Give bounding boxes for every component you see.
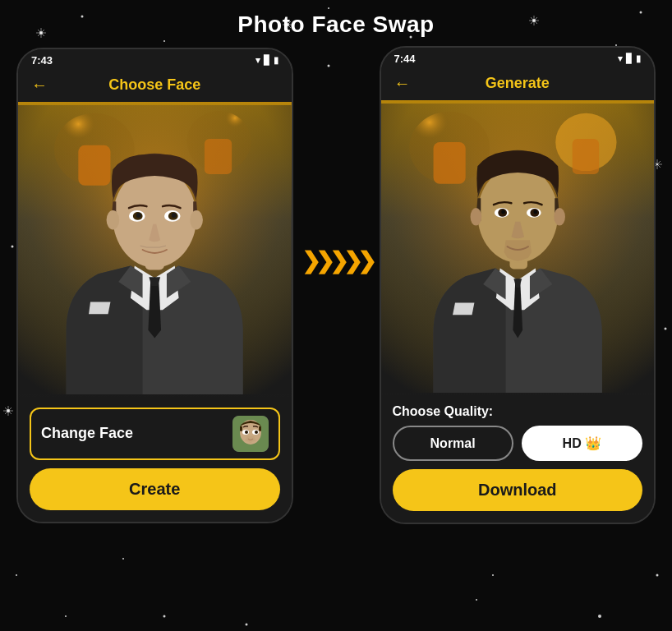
phone1-header: ← Choose Face — [18, 70, 292, 102]
wifi-icon: ▾ — [255, 55, 260, 66]
face-thumbnail — [232, 416, 269, 452]
arrows-container: ❯❯❯❯❯ — [293, 247, 380, 274]
phone1: 7:43 ▾ ▊ ▮ ← Choose Face — [16, 48, 293, 523]
phone2-image — [381, 100, 655, 396]
phone2-bottom: Choose Quality: Normal HD 👑 Download — [381, 396, 655, 523]
svg-rect-2 — [78, 145, 110, 185]
phone1-back-button[interactable]: ← — [31, 76, 48, 94]
svg-rect-4 — [205, 139, 232, 174]
phone2-status-icons: ▾ ▊ ▮ — [618, 53, 641, 64]
battery-icon2: ▮ — [636, 53, 641, 64]
svg-point-32 — [501, 210, 505, 214]
phone1-bottom: Change Face — [18, 398, 292, 522]
change-face-button[interactable]: Change Face — [30, 408, 280, 460]
wifi-icon2: ▾ — [618, 53, 623, 64]
phone2: 7:44 ▾ ▊ ▮ ← Generate — [380, 46, 656, 524]
phone2-time: 7:44 — [394, 53, 416, 65]
choose-quality-label: Choose Quality: — [393, 404, 643, 419]
phone2-header-title: Generate — [394, 75, 642, 92]
svg-point-12 — [172, 213, 177, 218]
svg-rect-25 — [572, 139, 598, 174]
quality-options: Normal HD 👑 — [393, 426, 643, 461]
arrows-icon: ❯❯❯❯❯ — [301, 247, 371, 274]
svg-rect-23 — [433, 142, 465, 184]
svg-point-14 — [190, 210, 203, 229]
phones-container: 7:43 ▾ ▊ ▮ ← Choose Face — [0, 46, 672, 524]
svg-point-35 — [554, 208, 565, 226]
phone2-back-button[interactable]: ← — [394, 74, 411, 93]
svg-point-13 — [107, 210, 120, 229]
phone1-status-bar: 7:43 ▾ ▊ ▮ — [18, 49, 292, 70]
phone1-time: 7:43 — [31, 54, 53, 67]
create-button[interactable]: Create — [30, 468, 280, 510]
phone1-header-title: Choose Face — [31, 76, 278, 94]
svg-point-34 — [470, 208, 481, 226]
normal-quality-button[interactable]: Normal — [393, 426, 513, 461]
battery-icon: ▮ — [274, 55, 278, 66]
phone1-status-icons: ▾ ▊ ▮ — [255, 55, 278, 66]
hd-quality-button[interactable]: HD 👑 — [522, 426, 642, 461]
signal-icon: ▊ — [264, 55, 270, 66]
phone2-status-bar: 7:44 ▾ ▊ ▮ — [381, 48, 655, 68]
svg-point-11 — [136, 213, 141, 218]
signal-icon2: ▊ — [626, 53, 633, 64]
svg-point-19 — [245, 431, 248, 434]
change-face-label: Change Face — [41, 425, 133, 442]
svg-point-20 — [255, 431, 258, 434]
phone1-image — [18, 102, 292, 398]
page-title: Photo Face Swap — [0, 0, 672, 46]
download-button[interactable]: Download — [393, 469, 643, 511]
phone2-header: ← Generate — [381, 68, 655, 100]
svg-point-33 — [533, 210, 537, 214]
